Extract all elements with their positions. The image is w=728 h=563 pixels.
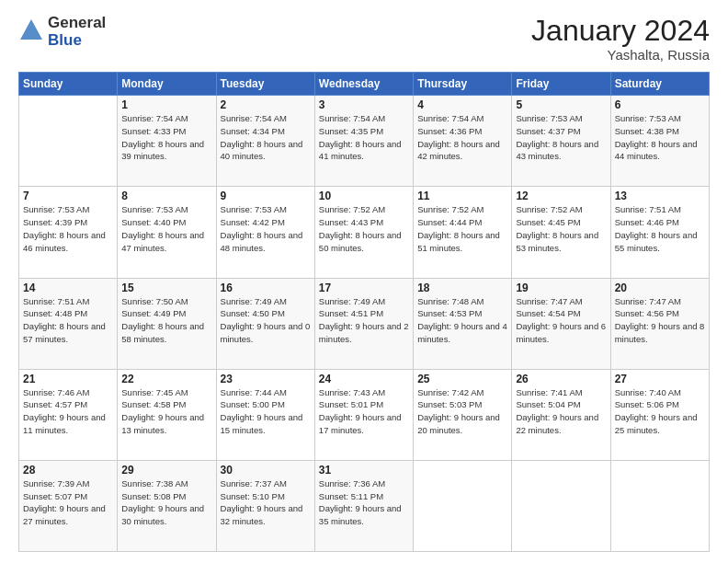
day-cell: 5Sunrise: 7:53 AMSunset: 4:37 PMDaylight…: [512, 96, 610, 187]
day-info: Sunrise: 7:54 AMSunset: 4:34 PMDaylight:…: [221, 112, 311, 163]
day-info: Sunrise: 7:53 AMSunset: 4:39 PMDaylight:…: [23, 203, 113, 254]
day-cell: 7Sunrise: 7:53 AMSunset: 4:39 PMDaylight…: [19, 187, 118, 278]
day-number: 27: [615, 373, 705, 385]
calendar-table: SundayMondayTuesdayWednesdayThursdayFrid…: [18, 72, 710, 552]
day-number: 15: [121, 282, 211, 294]
day-number: 18: [417, 282, 507, 294]
title-block: January 2024 Yashalta, Russia: [531, 15, 710, 63]
day-cell: 9Sunrise: 7:53 AMSunset: 4:42 PMDaylight…: [216, 187, 314, 278]
day-cell: [414, 460, 512, 551]
day-info: Sunrise: 7:47 AMSunset: 4:56 PMDaylight:…: [615, 295, 705, 346]
day-info: Sunrise: 7:53 AMSunset: 4:42 PMDaylight:…: [221, 203, 311, 254]
day-number: 25: [417, 373, 507, 385]
day-cell: 8Sunrise: 7:53 AMSunset: 4:40 PMDaylight…: [118, 187, 216, 278]
day-info: Sunrise: 7:39 AMSunset: 5:07 PMDaylight:…: [23, 477, 113, 528]
day-number: 23: [221, 373, 311, 385]
title-month: January 2024: [531, 15, 710, 47]
day-cell: 12Sunrise: 7:52 AMSunset: 4:45 PMDayligh…: [512, 187, 610, 278]
day-info: Sunrise: 7:54 AMSunset: 4:36 PMDaylight:…: [417, 112, 507, 163]
header: General Blue January 2024 Yashalta, Russ…: [18, 15, 710, 63]
logo: General Blue: [18, 15, 106, 49]
day-number: 11: [417, 190, 507, 202]
day-cell: 28Sunrise: 7:39 AMSunset: 5:07 PMDayligh…: [19, 460, 118, 551]
day-cell: 27Sunrise: 7:40 AMSunset: 5:06 PMDayligh…: [610, 369, 709, 460]
day-info: Sunrise: 7:54 AMSunset: 4:33 PMDaylight:…: [121, 112, 211, 163]
day-info: Sunrise: 7:49 AMSunset: 4:51 PMDaylight:…: [319, 295, 409, 346]
day-number: 19: [516, 282, 606, 294]
week-row-0: 1Sunrise: 7:54 AMSunset: 4:33 PMDaylight…: [19, 96, 710, 187]
week-row-4: 28Sunrise: 7:39 AMSunset: 5:07 PMDayligh…: [19, 460, 710, 551]
day-cell: 26Sunrise: 7:41 AMSunset: 5:04 PMDayligh…: [512, 369, 610, 460]
day-cell: 10Sunrise: 7:52 AMSunset: 4:43 PMDayligh…: [314, 187, 413, 278]
day-number: 28: [23, 464, 113, 477]
day-info: Sunrise: 7:53 AMSunset: 4:37 PMDaylight:…: [516, 112, 606, 163]
day-info: Sunrise: 7:42 AMSunset: 5:03 PMDaylight:…: [417, 386, 507, 437]
calendar-header: SundayMondayTuesdayWednesdayThursdayFrid…: [19, 73, 710, 96]
day-number: 31: [319, 464, 409, 477]
day-cell: 16Sunrise: 7:49 AMSunset: 4:50 PMDayligh…: [216, 278, 314, 369]
day-number: 2: [221, 98, 311, 111]
day-cell: 4Sunrise: 7:54 AMSunset: 4:36 PMDaylight…: [414, 96, 512, 187]
day-cell: 19Sunrise: 7:47 AMSunset: 4:54 PMDayligh…: [512, 278, 610, 369]
day-cell: 15Sunrise: 7:50 AMSunset: 4:49 PMDayligh…: [118, 278, 216, 369]
day-cell: 6Sunrise: 7:53 AMSunset: 4:38 PMDaylight…: [610, 96, 709, 187]
logo-icon: [18, 17, 44, 43]
calendar-body: 1Sunrise: 7:54 AMSunset: 4:33 PMDaylight…: [19, 96, 710, 552]
day-number: 5: [516, 98, 606, 111]
day-number: 24: [319, 373, 409, 385]
day-info: Sunrise: 7:40 AMSunset: 5:06 PMDaylight:…: [615, 386, 705, 437]
week-row-2: 14Sunrise: 7:51 AMSunset: 4:48 PMDayligh…: [19, 278, 710, 369]
day-info: Sunrise: 7:53 AMSunset: 4:38 PMDaylight:…: [615, 112, 705, 163]
weekday-header-wednesday: Wednesday: [314, 73, 413, 96]
day-info: Sunrise: 7:47 AMSunset: 4:54 PMDaylight:…: [516, 295, 606, 346]
day-number: 9: [221, 190, 311, 202]
day-number: 6: [615, 98, 705, 111]
day-number: 12: [516, 190, 606, 202]
day-number: 17: [319, 282, 409, 294]
day-number: 20: [615, 282, 705, 294]
day-info: Sunrise: 7:44 AMSunset: 5:00 PMDaylight:…: [221, 386, 311, 437]
day-number: 3: [319, 98, 409, 111]
day-cell: 25Sunrise: 7:42 AMSunset: 5:03 PMDayligh…: [414, 369, 512, 460]
day-info: Sunrise: 7:38 AMSunset: 5:08 PMDaylight:…: [121, 477, 211, 528]
day-number: 22: [121, 373, 211, 385]
day-info: Sunrise: 7:52 AMSunset: 4:45 PMDaylight:…: [516, 203, 606, 254]
day-info: Sunrise: 7:41 AMSunset: 5:04 PMDaylight:…: [516, 386, 606, 437]
day-number: 16: [221, 282, 311, 294]
day-info: Sunrise: 7:43 AMSunset: 5:01 PMDaylight:…: [319, 386, 409, 437]
day-cell: 23Sunrise: 7:44 AMSunset: 5:00 PMDayligh…: [216, 369, 314, 460]
weekday-header-monday: Monday: [118, 73, 216, 96]
day-cell: 17Sunrise: 7:49 AMSunset: 4:51 PMDayligh…: [314, 278, 413, 369]
day-cell: 3Sunrise: 7:54 AMSunset: 4:35 PMDaylight…: [314, 96, 413, 187]
weekday-header-thursday: Thursday: [414, 73, 512, 96]
day-info: Sunrise: 7:52 AMSunset: 4:43 PMDaylight:…: [319, 203, 409, 254]
day-info: Sunrise: 7:50 AMSunset: 4:49 PMDaylight:…: [121, 295, 211, 346]
weekday-header-saturday: Saturday: [610, 73, 709, 96]
day-info: Sunrise: 7:36 AMSunset: 5:11 PMDaylight:…: [319, 477, 409, 528]
weekday-header-friday: Friday: [512, 73, 610, 96]
day-cell: 14Sunrise: 7:51 AMSunset: 4:48 PMDayligh…: [19, 278, 118, 369]
day-cell: 13Sunrise: 7:51 AMSunset: 4:46 PMDayligh…: [610, 187, 709, 278]
day-info: Sunrise: 7:52 AMSunset: 4:44 PMDaylight:…: [417, 203, 507, 254]
day-cell: 31Sunrise: 7:36 AMSunset: 5:11 PMDayligh…: [314, 460, 413, 551]
day-info: Sunrise: 7:46 AMSunset: 4:57 PMDaylight:…: [23, 386, 113, 437]
page: General Blue January 2024 Yashalta, Russ…: [0, 0, 728, 563]
day-number: 26: [516, 373, 606, 385]
day-cell: 29Sunrise: 7:38 AMSunset: 5:08 PMDayligh…: [118, 460, 216, 551]
day-number: 29: [121, 464, 211, 477]
day-info: Sunrise: 7:45 AMSunset: 4:58 PMDaylight:…: [121, 386, 211, 437]
logo-text: General Blue: [48, 15, 106, 49]
day-info: Sunrise: 7:53 AMSunset: 4:40 PMDaylight:…: [121, 203, 211, 254]
day-cell: 2Sunrise: 7:54 AMSunset: 4:34 PMDaylight…: [216, 96, 314, 187]
day-number: 14: [23, 282, 113, 294]
day-number: 21: [23, 373, 113, 385]
day-cell: 21Sunrise: 7:46 AMSunset: 4:57 PMDayligh…: [19, 369, 118, 460]
weekday-header-tuesday: Tuesday: [216, 73, 314, 96]
weekday-row: SundayMondayTuesdayWednesdayThursdayFrid…: [19, 73, 710, 96]
day-cell: 24Sunrise: 7:43 AMSunset: 5:01 PMDayligh…: [314, 369, 413, 460]
week-row-3: 21Sunrise: 7:46 AMSunset: 4:57 PMDayligh…: [19, 369, 710, 460]
day-info: Sunrise: 7:49 AMSunset: 4:50 PMDaylight:…: [221, 295, 311, 346]
week-row-1: 7Sunrise: 7:53 AMSunset: 4:39 PMDaylight…: [19, 187, 710, 278]
day-cell: [610, 460, 709, 551]
logo-general: General: [48, 15, 106, 32]
